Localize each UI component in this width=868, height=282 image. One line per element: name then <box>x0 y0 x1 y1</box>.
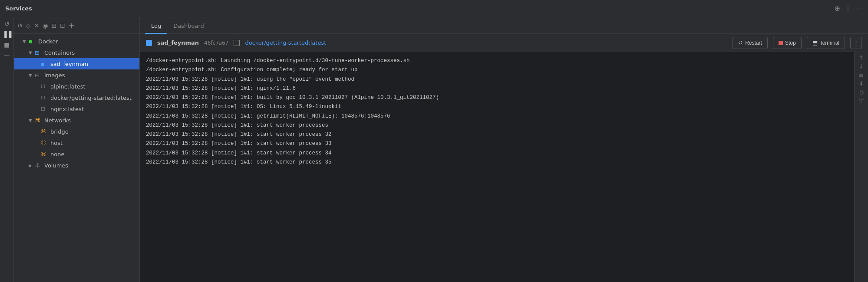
expand-toolbar-icon[interactable]: ⊡ <box>60 22 65 29</box>
tree-item-containers[interactable]: ▼ ⊞ Containers <box>14 47 139 58</box>
docker-icon <box>29 38 36 45</box>
log-line: 2022/11/03 15:32:28 [notice] 1#1: getrli… <box>146 112 848 121</box>
download-log-icon[interactable]: ⬇ <box>859 81 864 86</box>
add-toolbar-icon[interactable]: + <box>69 21 74 30</box>
tree-item-alpine[interactable]: ☐ alpine:latest <box>14 81 139 92</box>
diamond-toolbar-icon[interactable]: ◇ <box>26 22 31 29</box>
networks-icon: ⌘ <box>35 117 43 124</box>
services-panel: ↺ ◇ ✕ ◉ ⊞ ⊡ + ▼ Docker ▼ ⊞ Containers <box>14 17 140 282</box>
container-name-label: sad_feynman <box>157 39 199 46</box>
log-area[interactable]: /docker-entrypoint.sh: Launching /docker… <box>140 52 854 282</box>
images-icon: ⊞ <box>35 72 43 79</box>
scroll-up-icon[interactable]: ↑ <box>859 55 864 61</box>
log-line: 2022/11/03 15:32:28 [notice] 1#1: built … <box>146 93 848 102</box>
none-network-icon: ⌘ <box>41 151 49 157</box>
more-actions-button[interactable]: ⋮ <box>850 37 862 49</box>
nginx-label: nginx:latest <box>50 106 84 112</box>
bridge-label: bridge <box>50 128 69 135</box>
panels-icon[interactable]: ▐▐ <box>2 31 12 37</box>
log-line: 2022/11/03 15:32:28 [notice] 1#1: using … <box>146 75 848 84</box>
refresh-toolbar-icon[interactable]: ↺ <box>17 22 23 29</box>
images-label: Images <box>44 72 65 79</box>
tree-item-volumes[interactable]: ▶ ⏃ Volumes <box>14 160 139 171</box>
close-toolbar-icon[interactable]: ✕ <box>34 22 40 29</box>
sad-feynman-label: sad_feynman <box>50 61 88 67</box>
log-line: 2022/11/03 15:32:28 [notice] 1#1: start … <box>146 139 848 148</box>
minimize-icon[interactable]: — <box>856 4 863 13</box>
tab-log[interactable]: Log <box>145 18 167 34</box>
volumes-arrow: ▶ <box>29 163 35 168</box>
image-nginx-icon: ☐ <box>41 106 49 112</box>
log-line: /docker-entrypoint.sh: Configuration com… <box>146 66 848 75</box>
images-arrow: ▼ <box>29 73 35 78</box>
sidebar-icon-strip: ↺ ▐▐ ■ — <box>0 17 14 282</box>
refresh-side-icon[interactable]: ↺ <box>4 21 10 27</box>
filter-toolbar-icon[interactable]: ⊞ <box>51 22 56 29</box>
log-line: 2022/11/03 15:32:28 [notice] 1#1: nginx/… <box>146 84 848 93</box>
tree-item-nginx[interactable]: ☐ nginx:latest <box>14 103 139 115</box>
print-log-icon[interactable]: ⎙ <box>860 89 863 95</box>
containers-icon: ⊞ <box>35 49 43 56</box>
main-layout: ↺ ▐▐ ■ — ↺ ◇ ✕ ◉ ⊞ ⊡ + ▼ Docker <box>0 17 868 282</box>
terminal-button[interactable]: ⬒ Terminal <box>807 37 845 49</box>
log-line: /docker-entrypoint.sh: Launching /docker… <box>146 56 848 66</box>
right-scrollbar: ↑ ↓ ≡ ⬇ ⎙ 🗑 <box>854 52 868 282</box>
tabs-row: Log Dashboard <box>140 17 868 34</box>
image-type-icon <box>234 40 240 46</box>
right-panel: Log Dashboard sad_feynman 46fc7a67 docke… <box>140 17 868 282</box>
stop-icon <box>779 41 783 45</box>
title-bar: Services ⊕ ⋮ — <box>0 0 868 17</box>
tree-item-host[interactable]: ⌘ host <box>14 137 139 148</box>
tree-item-docker[interactable]: ▼ Docker <box>14 36 139 47</box>
title-bar-title: Services <box>5 5 835 12</box>
container-hash-label: 46fc7a67 <box>204 40 228 46</box>
container-status-badge <box>146 40 152 46</box>
tree-item-bridge[interactable]: ⌘ bridge <box>14 126 139 137</box>
terminal-icon: ⬒ <box>812 39 818 46</box>
volumes-label: Volumes <box>44 162 68 169</box>
volumes-icon: ⏃ <box>35 162 43 169</box>
image-name-link[interactable]: docker/getting-started:latest <box>245 39 326 46</box>
tree-item-networks[interactable]: ▼ ⌘ Networks <box>14 115 139 126</box>
log-line: 2022/11/03 15:32:28 [notice] 1#1: OS: Li… <box>146 102 848 111</box>
container-running-icon: ▪ <box>41 61 49 67</box>
bridge-icon: ⌘ <box>41 128 49 134</box>
log-line: 2022/11/03 15:32:28 [notice] 1#1: start … <box>146 130 848 139</box>
content-header: sad_feynman 46fc7a67 docker/getting-star… <box>140 34 868 52</box>
tree-item-none[interactable]: ⌘ none <box>14 148 139 160</box>
eye-toolbar-icon[interactable]: ◉ <box>43 22 48 29</box>
tree-item-sad-feynman[interactable]: ▪ sad_feynman <box>14 58 139 69</box>
clear-log-icon[interactable]: 🗑 <box>858 98 865 104</box>
add-icon[interactable]: ⊕ <box>835 4 840 13</box>
tab-dashboard[interactable]: Dashboard <box>167 18 210 34</box>
tree-item-images[interactable]: ▼ ⊞ Images <box>14 69 139 81</box>
title-bar-actions: ⊕ ⋮ — <box>835 4 863 13</box>
log-line: 2022/11/03 15:32:28 [notice] 1#1: start … <box>146 158 848 167</box>
networks-arrow: ▼ <box>29 118 35 123</box>
containers-label: Containers <box>44 49 75 56</box>
image-docker-gs-icon: ☐ <box>41 95 49 101</box>
more-icon-label: ⋮ <box>853 39 859 46</box>
host-label: host <box>50 140 63 146</box>
wrap-lines-icon[interactable]: ≡ <box>859 72 864 78</box>
services-toolbar: ↺ ◇ ✕ ◉ ⊞ ⊡ + <box>14 17 139 34</box>
more-icon[interactable]: ⋮ <box>845 4 851 13</box>
restart-icon: ↺ <box>738 39 743 46</box>
services-tree: ▼ Docker ▼ ⊞ Containers ▪ sad_feynman ▼ <box>14 34 139 282</box>
log-container: /docker-entrypoint.sh: Launching /docker… <box>140 52 868 282</box>
networks-label: Networks <box>44 117 71 124</box>
stop-side-icon[interactable]: ■ <box>4 42 10 48</box>
minus-side-icon[interactable]: — <box>4 52 10 58</box>
host-icon: ⌘ <box>41 140 49 146</box>
log-line: 2022/11/03 15:32:28 [notice] 1#1: start … <box>146 149 848 158</box>
tree-item-docker-gs[interactable]: ☐ docker/getting-started:latest <box>14 92 139 103</box>
restart-button[interactable]: ↺ Restart <box>733 37 768 49</box>
alpine-label: alpine:latest <box>50 83 86 90</box>
none-label: none <box>50 151 64 157</box>
docker-arrow: ▼ <box>23 39 29 44</box>
docker-label: Docker <box>38 38 58 45</box>
scroll-down-icon[interactable]: ↓ <box>859 63 864 69</box>
stop-button[interactable]: Stop <box>773 37 802 49</box>
log-line: 2022/11/03 15:32:28 [notice] 1#1: start … <box>146 121 848 130</box>
containers-arrow: ▼ <box>29 50 35 55</box>
